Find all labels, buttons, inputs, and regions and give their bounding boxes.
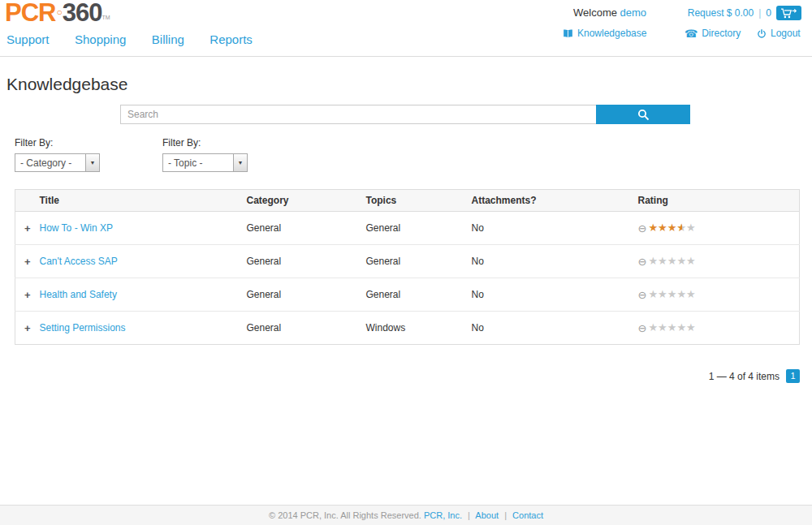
topics-cell: General [366, 245, 472, 278]
star-icon[interactable]: ★ [658, 255, 667, 267]
category-filter: Filter By: - Category - ▼ [15, 137, 100, 172]
username-link[interactable]: demo [620, 6, 647, 19]
footer-separator: | [504, 510, 507, 520]
category-cell: General [247, 278, 366, 312]
nav-item-billing[interactable]: Billing [152, 32, 184, 46]
knowledgebase-quicklink-label[interactable]: Knowledgebase [577, 28, 646, 39]
star-icon[interactable]: ★ [667, 222, 677, 234]
footer-link-pcr[interactable]: PCR, Inc. [424, 510, 462, 520]
clear-rating-icon[interactable]: ⊖ [638, 256, 647, 268]
star-icon[interactable]: ★ [658, 321, 667, 334]
request-total-link[interactable]: Request $ 0.00 [688, 7, 754, 19]
column-header-rating: Rating [638, 190, 800, 212]
star-icon[interactable]: ★ [667, 288, 677, 300]
topic-filter-value: - Topic - [163, 157, 233, 169]
star-icon[interactable]: ★ [658, 288, 667, 300]
topic-filter-select[interactable]: - Topic - ▼ [162, 153, 248, 172]
nav-item-support[interactable]: Support [6, 32, 50, 46]
star-icon[interactable]: ★ [686, 255, 696, 267]
logo-pcr-text: PCR [5, 0, 55, 27]
article-title-link[interactable]: How To - Win XP [40, 222, 113, 234]
chevron-down-icon: ▼ [85, 154, 99, 171]
logout-quicklink[interactable]: Logout [757, 28, 801, 39]
clear-rating-icon[interactable]: ⊖ [638, 289, 647, 301]
page-number-button[interactable]: 1 [786, 369, 800, 383]
star-icon[interactable]: ★ [686, 321, 696, 334]
star-icon[interactable]: ★ [686, 288, 696, 300]
star-icon[interactable]: ★ [676, 321, 686, 334]
star-icon[interactable]: ★ [686, 222, 696, 234]
page-title: Knowledgebase [6, 75, 812, 94]
column-header-category: Category [247, 190, 366, 212]
star-half-icon[interactable]: ★★ [676, 222, 686, 234]
logo-tm-text: TM [102, 15, 110, 20]
star-icon[interactable]: ★ [667, 321, 677, 334]
table-row: +Setting PermissionsGeneralWindowsNo⊖★★★… [15, 312, 800, 345]
knowledgebase-table: Title Category Topics Attachments? Ratin… [15, 189, 800, 345]
directory-quicklink-label[interactable]: Directory [702, 28, 741, 39]
category-cell: General [247, 312, 366, 345]
kb-table-body: +How To - Win XPGeneralGeneralNo⊖★★★★★★+… [15, 212, 800, 345]
article-title-link[interactable]: Health and Safety [40, 289, 117, 300]
topics-cell: General [366, 212, 472, 245]
search-bar [120, 105, 690, 124]
pagination-summary: 1 — 4 of 4 items [709, 371, 780, 382]
welcome-label: Welcome [573, 6, 617, 19]
star-icon[interactable]: ★ [676, 288, 686, 300]
table-row: +How To - Win XPGeneralGeneralNo⊖★★★★★★ [15, 212, 800, 245]
category-filter-select[interactable]: - Category - ▼ [15, 153, 100, 172]
topic-filter: Filter By: - Topic - ▼ [162, 137, 248, 172]
clear-rating-icon[interactable]: ⊖ [638, 222, 647, 235]
expand-column-header [15, 190, 40, 212]
expand-row-button[interactable]: + [24, 222, 31, 235]
column-header-attachments: Attachments? [472, 190, 638, 212]
star-icon[interactable]: ★ [658, 222, 667, 234]
filters: Filter By: - Category - ▼ Filter By: - T… [15, 137, 812, 172]
star-icon[interactable]: ★ [676, 255, 686, 267]
star-icon[interactable]: ★ [648, 222, 658, 234]
article-title-link[interactable]: Can't Access SAP [40, 256, 118, 267]
attachments-cell: No [472, 278, 638, 312]
star-icon[interactable]: ★ [648, 255, 658, 267]
request-count-link[interactable]: 0 [766, 7, 771, 19]
search-button[interactable] [596, 105, 690, 124]
column-header-topics: Topics [366, 190, 472, 212]
request-summary: Request $ 0.00 | 0 [688, 6, 801, 20]
search-icon [637, 109, 650, 121]
directory-quicklink[interactable]: ☎ Directory [685, 28, 741, 39]
star-icon[interactable]: ★ [648, 288, 658, 300]
pcr360-logo: PCR○360TM [5, 0, 110, 28]
nav-item-shopping[interactable]: Shopping [75, 32, 126, 46]
footer-link-about[interactable]: About [475, 510, 499, 520]
pagination: 1 — 4 of 4 items 1 [0, 369, 800, 383]
table-header-row: Title Category Topics Attachments? Ratin… [15, 190, 800, 212]
copyright-text: © 2014 PCR, Inc. All Rights Reserved. [269, 510, 421, 520]
topics-cell: Windows [366, 312, 472, 345]
phone-icon: ☎ [685, 28, 698, 39]
logout-quicklink-label[interactable]: Logout [771, 28, 801, 39]
cart-button[interactable] [776, 6, 801, 20]
header: PCR○360TM Support Shopping Billing Repor… [0, 0, 812, 57]
topics-cell: General [366, 278, 472, 312]
knowledgebase-quicklink[interactable]: Knowledgebase [563, 28, 646, 39]
footer-separator: | [468, 510, 470, 520]
expand-row-button[interactable]: + [24, 256, 31, 268]
logo-360-text: 360 [63, 0, 102, 27]
table-row: +Health and SafetyGeneralGeneralNo⊖★★★★★ [15, 278, 800, 312]
main-nav: Support Shopping Billing Reports [6, 32, 274, 47]
nav-item-reports[interactable]: Reports [209, 32, 253, 46]
topic-filter-label: Filter By: [162, 137, 248, 148]
category-cell: General [247, 245, 366, 278]
attachments-cell: No [472, 312, 638, 345]
chevron-down-icon: ▼ [233, 154, 247, 171]
footer-link-contact[interactable]: Contact [512, 510, 543, 520]
clear-rating-icon[interactable]: ⊖ [638, 322, 647, 334]
search-input[interactable] [120, 105, 596, 124]
article-title-link[interactable]: Setting Permissions [40, 322, 126, 334]
star-icon[interactable]: ★ [667, 255, 677, 267]
expand-row-button[interactable]: + [24, 322, 31, 334]
expand-row-button[interactable]: + [24, 289, 31, 301]
rating-cell: ⊖★★★★★ [638, 312, 800, 345]
rating-cell: ⊖★★★★★★ [638, 212, 800, 245]
star-icon[interactable]: ★ [648, 321, 658, 334]
